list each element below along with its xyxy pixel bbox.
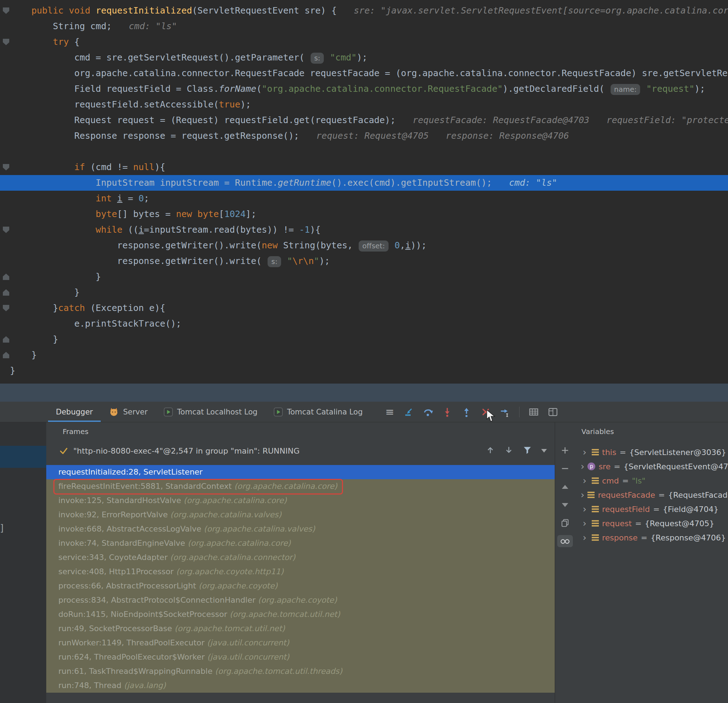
- variable-row[interactable]: ›requestField = {Field@4704}: [575, 502, 728, 516]
- filter-icon[interactable]: [523, 445, 532, 456]
- code-line[interactable]: org.apache.catalina.connector.RequestFac…: [0, 65, 728, 81]
- code-line[interactable]: public void requestInitialized(ServletRe…: [0, 3, 728, 19]
- code-text: Field requestField = Class.forName("org.…: [10, 84, 705, 94]
- stack-frame-row[interactable]: invoke:125, StandardHostValve (org.apach…: [46, 494, 555, 508]
- code-line[interactable]: if (cmd != null){: [0, 159, 728, 175]
- variable-value: {RequestFacade@4703}: [668, 491, 728, 499]
- move-up-icon[interactable]: [558, 481, 572, 493]
- param-hint-chip: s:: [311, 53, 324, 64]
- code-line[interactable]: requestField.setAccessible(true);: [0, 97, 728, 113]
- thread-selector[interactable]: "http-nio-8080-exec-4"@2,547 in group "m…: [46, 441, 555, 461]
- frame-up-icon[interactable]: [486, 445, 495, 456]
- remove-watch-icon[interactable]: [558, 462, 572, 475]
- code-line[interactable]: Request request = (Request) requestField…: [0, 113, 728, 128]
- stack-frame-row[interactable]: run:61, TaskThread$WrappingRunnable (org…: [46, 664, 555, 678]
- fold-marker-icon[interactable]: [3, 7, 9, 14]
- step-out-icon[interactable]: [459, 405, 474, 419]
- tab-server[interactable]: Server: [101, 402, 156, 422]
- value-icon: [592, 449, 599, 455]
- fold-marker-icon[interactable]: [3, 305, 9, 311]
- variable-row[interactable]: ›psre = {ServletRequestEvent@4702}: [575, 459, 728, 473]
- code-line[interactable]: response.getWriter().write(new String(by…: [0, 238, 728, 253]
- code-line[interactable]: }: [0, 284, 728, 300]
- variable-row[interactable]: ›response = {Response@4706}: [575, 530, 728, 545]
- duplicate-icon[interactable]: [558, 517, 572, 529]
- code-text: InputStream inputStream = Runtime.getRun…: [10, 178, 492, 188]
- expand-chevron-icon[interactable]: ›: [581, 504, 588, 514]
- watches-toolbar: [555, 441, 575, 703]
- stack-frame-row[interactable]: process:66, AbstractProcessorLight (org.…: [46, 579, 555, 593]
- thread-dropdown-caret-icon[interactable]: [541, 449, 547, 453]
- param-hint-chip: s:: [267, 256, 281, 267]
- code-line[interactable]: }: [0, 363, 728, 378]
- tab-debugger[interactable]: Debugger: [48, 402, 101, 422]
- frame-down-icon[interactable]: [504, 445, 513, 456]
- expand-chevron-icon[interactable]: ›: [581, 490, 584, 499]
- move-down-icon[interactable]: [558, 499, 572, 511]
- stack-frame-row[interactable]: invoke:74, StandardEngineValve (org.apac…: [46, 536, 555, 550]
- code-editor[interactable]: public void requestInitialized(ServletRe…: [0, 0, 728, 383]
- menu-icon[interactable]: ≡: [383, 405, 397, 419]
- variable-row[interactable]: ›cmd = "ls": [575, 473, 728, 488]
- code-line[interactable]: Field requestField = Class.forName("org.…: [0, 81, 728, 97]
- expand-chevron-icon[interactable]: ›: [581, 462, 584, 471]
- code-line[interactable]: response.getWriter().write( s: "\r\n");: [0, 253, 728, 269]
- stack-frame-row[interactable]: invoke:92, ErrorReportValve (org.apache.…: [46, 508, 555, 522]
- code-line[interactable]: e.printStackTrace();: [0, 316, 728, 332]
- tab-label: Debugger: [56, 408, 93, 416]
- code-line[interactable]: Response response = request.getResponse(…: [0, 128, 728, 144]
- fold-marker-icon[interactable]: [3, 274, 9, 280]
- tab-tomcat-catalina-log[interactable]: Tomcat Catalina Log: [266, 402, 371, 422]
- execution-line[interactable]: InputStream inputStream = Runtime.getRun…: [0, 175, 728, 191]
- fold-marker-icon[interactable]: [3, 39, 9, 45]
- view-as-table-icon[interactable]: [527, 405, 541, 419]
- code-line[interactable]: }: [0, 347, 728, 363]
- stack-frame-row[interactable]: fireRequestInitEvent:5881, StandardConte…: [46, 479, 555, 494]
- add-watch-icon[interactable]: [558, 445, 572, 456]
- code-line[interactable]: }catch (Exception e){: [0, 300, 728, 316]
- variable-row[interactable]: ›request = {Request@4705}: [575, 516, 728, 530]
- stack-frame-row[interactable]: service:343, CoyoteAdapter (org.apache.c…: [46, 550, 555, 564]
- stack-frame-row[interactable]: service:408, Http11Processor (org.apache…: [46, 564, 555, 579]
- stack-frame-row[interactable]: doRun:1415, NioEndpoint$SocketProcessor …: [46, 607, 555, 622]
- layout-settings-icon[interactable]: [546, 405, 560, 419]
- stack-frame-row[interactable]: run:748, Thread (java.lang): [46, 678, 555, 693]
- code-line[interactable]: cmd = sre.getServletRequest().getParamet…: [0, 50, 728, 65]
- expand-chevron-icon[interactable]: ›: [581, 533, 588, 542]
- expand-chevron-icon[interactable]: ›: [581, 476, 588, 485]
- fold-marker-icon[interactable]: [3, 352, 9, 358]
- stack-frame-row[interactable]: invoke:668, AbstractAccessLogValve (org.…: [46, 522, 555, 536]
- stack-frame-row[interactable]: run:624, ThreadPoolExecutor$Worker (java…: [46, 650, 555, 664]
- stack-frame-row[interactable]: requestInitialized:28, ServletListener: [46, 465, 555, 479]
- step-over-icon[interactable]: [421, 405, 435, 419]
- stack-frame-row[interactable]: process:834, AbstractProtocol$Connection…: [46, 593, 555, 607]
- inline-debugger-value: response: Response@4706: [446, 131, 569, 141]
- editor-debugger-splitter[interactable]: [0, 383, 728, 402]
- code-line[interactable]: }: [0, 269, 728, 284]
- expand-chevron-icon[interactable]: ›: [581, 447, 588, 457]
- show-watches-icon[interactable]: [557, 535, 573, 547]
- code-line[interactable]: try {: [0, 34, 728, 50]
- expand-chevron-icon[interactable]: ›: [581, 519, 588, 528]
- code-line[interactable]: [0, 144, 728, 159]
- stack-frame-row[interactable]: runWorker:1149, ThreadPoolExecutor (java…: [46, 636, 555, 650]
- fold-marker-icon[interactable]: [3, 164, 9, 170]
- code-line[interactable]: while ((i=inputStream.read(bytes)) != -1…: [0, 222, 728, 238]
- fold-marker-icon[interactable]: [3, 336, 9, 343]
- drop-frame-icon[interactable]: [478, 405, 493, 419]
- fold-marker-icon[interactable]: [3, 289, 9, 296]
- variable-row[interactable]: ›requestFacade = {RequestFacade@4703}: [575, 488, 728, 502]
- run-to-cursor-icon[interactable]: [498, 405, 512, 419]
- code-line[interactable]: }: [0, 332, 728, 347]
- force-step-into-icon[interactable]: [440, 405, 454, 419]
- frame-package: (org.apache.coyote): [199, 581, 277, 590]
- stack-frame-row[interactable]: run:49, SocketProcessorBase (org.apache.…: [46, 622, 555, 636]
- code-line[interactable]: String cmd;cmd: "ls": [0, 19, 728, 34]
- code-line[interactable]: byte[] bytes = new byte[1024];: [0, 206, 728, 222]
- show-execution-point-icon[interactable]: [402, 405, 416, 419]
- code-line[interactable]: int i = 0;: [0, 191, 728, 206]
- variable-name: response: [602, 533, 638, 542]
- tab-tomcat-localhost-log[interactable]: Tomcat Localhost Log: [156, 402, 266, 422]
- variable-row[interactable]: ›this = {ServletListener@3036}: [575, 445, 728, 459]
- fold-marker-icon[interactable]: [3, 227, 9, 233]
